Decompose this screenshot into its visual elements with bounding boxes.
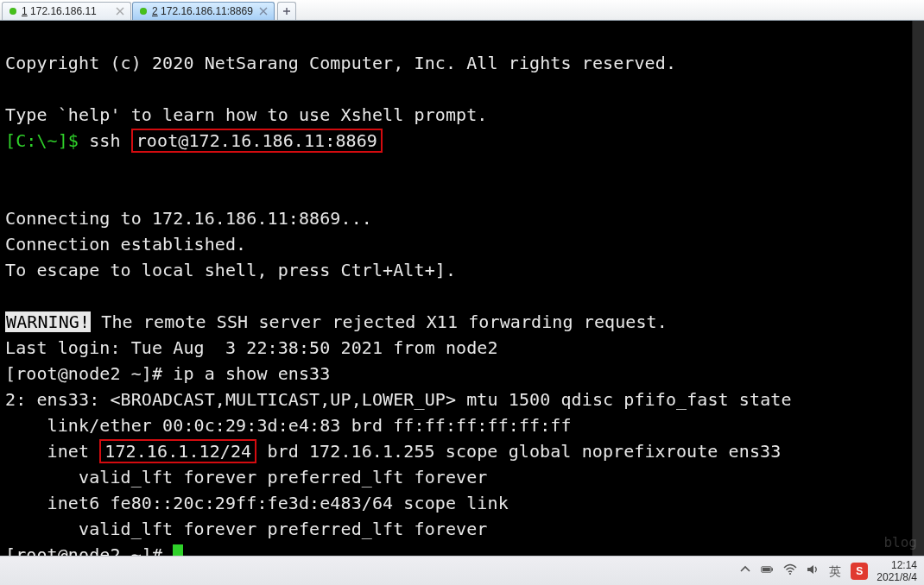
clock-date: 2021/8/4 [877,571,917,583]
text-line: Connecting to 172.16.186.11:8869... [5,208,372,229]
cursor-icon [173,544,183,556]
vertical-scrollbar[interactable] [912,21,924,556]
tab-session-2[interactable]: 2 172.16.186.11:8869 [132,2,275,20]
tab-label: 1 172.16.186.11 [22,5,110,17]
svg-rect-1 [772,568,774,570]
ime-language-indicator[interactable]: 英 [828,564,842,578]
warning-badge: WARNING! [5,311,91,332]
system-tray: 英 S 12:14 2021/8/4 [738,559,917,583]
text-line: Type `help' to learn how to use Xshell p… [5,104,488,125]
terminal-output[interactable]: Copyright (c) 2020 NetSarang Computer, I… [0,21,924,556]
clock-time: 12:14 [877,559,917,571]
text-line: Connection established. [5,234,246,255]
ssh-target-highlight: root@172.16.186.11:8869 [131,129,383,153]
battery-icon[interactable] [761,563,775,579]
tray-overflow-icon[interactable] [738,563,752,579]
text-line: Last login: Tue Aug 3 22:38:50 2021 from… [5,337,498,358]
ssh-cmd-prefix: ssh [89,130,131,151]
warning-text: The remote SSH server rejected X11 forwa… [91,311,668,332]
text-line: inet6 fe80::20c:29ff:fe3d:e483/64 scope … [5,493,519,513]
wifi-icon[interactable] [783,563,797,579]
inet-suffix: brd 172.16.1.255 scope global noprefixro… [256,441,781,462]
status-dot-icon [9,8,16,15]
tab-session-1[interactable]: 1 172.16.186.11 [2,2,131,20]
remote-prompt: [root@node2 ~]# [5,363,173,384]
remote-prompt: [root@node2 ~]# [5,544,173,556]
close-icon[interactable] [258,6,269,16]
inet-highlight: 172.16.1.12/24 [99,439,256,463]
new-tab-button[interactable] [277,2,296,20]
taskbar: 英 S 12:14 2021/8/4 [0,556,924,585]
text-line: 2: ens33: <BROADCAST,MULTICAST,UP,LOWER_… [5,389,802,410]
text-line: valid_lft forever preferred_lft forever [5,519,488,539]
svg-rect-2 [763,568,770,571]
inet-prefix: inet [5,441,99,462]
command-text: ip a show ens33 [173,363,330,384]
close-icon[interactable] [115,6,125,16]
text-line: valid_lft forever preferred_lft forever [5,467,488,488]
tab-bar: 1 172.16.186.11 2 172.16.186.11:8869 [0,0,924,21]
svg-point-3 [789,573,791,575]
volume-icon[interactable] [806,563,820,579]
text-line: Copyright (c) 2020 NetSarang Computer, I… [5,53,676,73]
local-prompt: [C:\~]$ [5,130,89,151]
tab-label: 2 172.16.186.11:8869 [152,5,253,17]
clock[interactable]: 12:14 2021/8/4 [877,559,917,583]
ime-badge[interactable]: S [851,563,868,580]
text-line: link/ether 00:0c:29:3d:e4:83 brd ff:ff:f… [5,415,572,436]
text-line: To escape to local shell, press Ctrl+Alt… [5,260,456,280]
status-dot-icon [140,8,147,15]
